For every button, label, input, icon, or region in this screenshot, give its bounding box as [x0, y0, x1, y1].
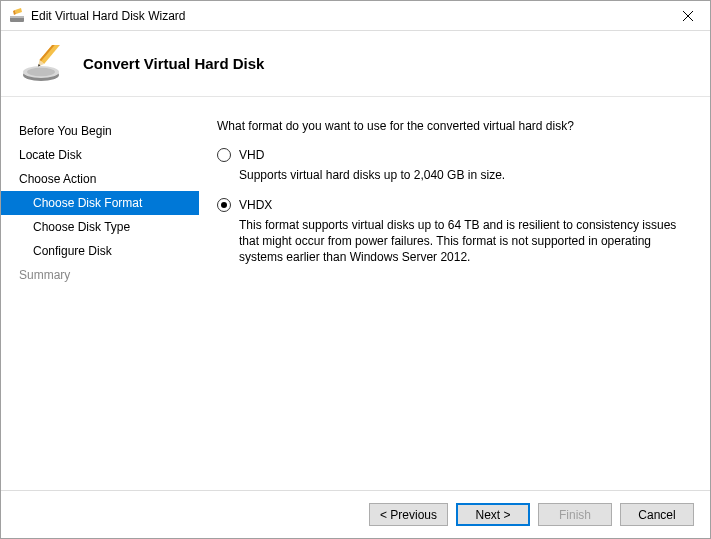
radio-icon[interactable] [217, 198, 231, 212]
cancel-button[interactable]: Cancel [620, 503, 694, 526]
disk-pencil-icon [21, 45, 65, 83]
radio-option[interactable]: VHDX [217, 197, 688, 213]
wizard-body: Before You BeginLocate DiskChoose Action… [1, 97, 710, 490]
option-description: This format supports virtual disks up to… [239, 217, 688, 265]
option-label: VHDX [239, 197, 272, 213]
svg-rect-7 [40, 45, 60, 64]
wizard-header: Convert Virtual Hard Disk [1, 31, 710, 97]
svg-point-6 [27, 67, 55, 75]
wizard-window: Edit Virtual Hard Disk Wizard Convert Vi… [0, 0, 711, 539]
nav-item[interactable]: Configure Disk [1, 239, 199, 263]
nav-item[interactable]: Choose Disk Format [1, 191, 199, 215]
nav-pane: Before You BeginLocate DiskChoose Action… [1, 97, 199, 490]
question-text: What format do you want to use for the c… [217, 119, 688, 133]
option-label: VHD [239, 147, 264, 163]
options-group: VHDSupports virtual hard disks up to 2,0… [217, 147, 688, 265]
radio-option[interactable]: VHD [217, 147, 688, 163]
button-bar: < Previous Next > Finish Cancel [1, 490, 710, 538]
page-title: Convert Virtual Hard Disk [83, 55, 264, 72]
svg-rect-1 [10, 16, 24, 18]
previous-button[interactable]: < Previous [369, 503, 448, 526]
radio-icon[interactable] [217, 148, 231, 162]
nav-item[interactable]: Before You Begin [1, 119, 199, 143]
titlebar: Edit Virtual Hard Disk Wizard [1, 1, 710, 31]
close-button[interactable] [665, 1, 710, 31]
nav-item[interactable]: Choose Action [1, 167, 199, 191]
svg-marker-2 [15, 8, 22, 14]
window-title: Edit Virtual Hard Disk Wizard [31, 9, 665, 23]
next-button[interactable]: Next > [456, 503, 530, 526]
nav-item[interactable]: Locate Disk [1, 143, 199, 167]
nav-item[interactable]: Choose Disk Type [1, 215, 199, 239]
nav-item[interactable]: Summary [1, 263, 199, 287]
finish-button[interactable]: Finish [538, 503, 612, 526]
content-pane: What format do you want to use for the c… [199, 97, 710, 490]
app-icon [9, 8, 25, 24]
option-description: Supports virtual hard disks up to 2,040 … [239, 167, 688, 183]
